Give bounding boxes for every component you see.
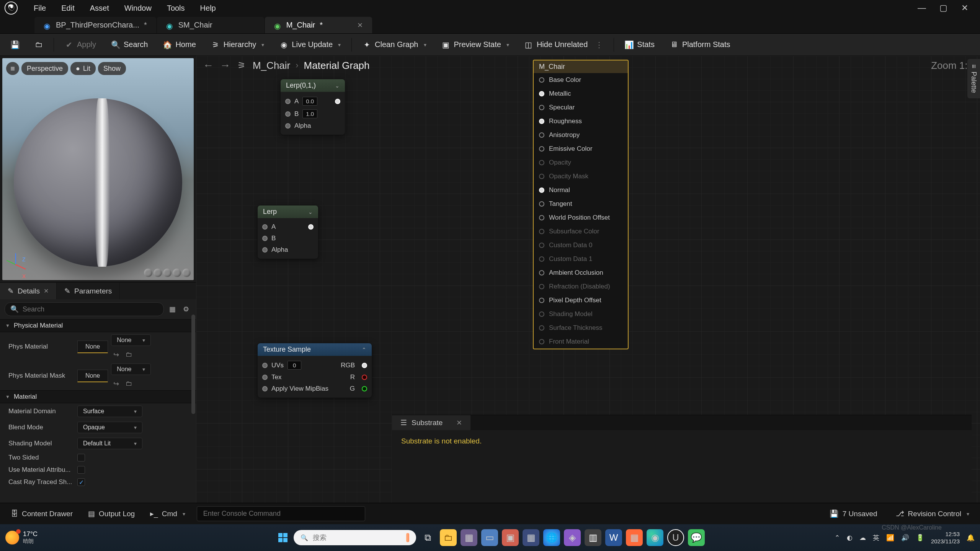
node-header[interactable]: Lerp⌄ (258, 205, 318, 218)
task-view-icon[interactable]: ⧉ (419, 529, 436, 546)
grid-icon[interactable]: ▦ (167, 304, 178, 315)
nav-back-icon[interactable]: ← (203, 59, 214, 72)
content-drawer-button[interactable]: 🗄Content Drawer (7, 507, 77, 520)
pin-in[interactable] (285, 111, 291, 117)
browse-button[interactable]: 🗀 (30, 37, 47, 52)
kebab-icon[interactable]: ⋮ (595, 40, 603, 49)
pin-ring[interactable] (539, 160, 544, 165)
pin-out[interactable] (308, 224, 314, 230)
pin-value[interactable]: 1.0 (302, 109, 317, 118)
app-icon[interactable]: ▥ (585, 529, 601, 546)
pin-out[interactable] (335, 99, 340, 104)
material-pin[interactable]: Custom Data 0 (534, 238, 628, 252)
hierarchy-button[interactable]: ⚞Hierarchy▾ (207, 37, 269, 52)
pin-g[interactable] (362, 386, 367, 391)
preview-state-button[interactable]: ▣Preview State▾ (437, 37, 514, 52)
pin-in[interactable] (262, 224, 268, 230)
pin-ring[interactable] (539, 270, 544, 276)
unreal-logo-icon[interactable] (3, 0, 19, 16)
pin-in[interactable] (285, 99, 291, 104)
start-button[interactable] (275, 530, 291, 545)
onedrive-icon[interactable]: ☁ (859, 534, 866, 542)
wechat-icon[interactable]: 💬 (688, 529, 705, 546)
material-pin[interactable]: Opacity Mask (534, 170, 628, 183)
pin-ring[interactable] (539, 243, 544, 248)
hide-unrelated-button[interactable]: ◫Hide Unrelated⋮ (520, 37, 608, 52)
menu-help[interactable]: Help (193, 2, 223, 15)
blend-mode-dropdown[interactable]: Opaque▾ (77, 422, 142, 433)
use-attr-checkbox[interactable] (77, 466, 85, 474)
tab-substrate[interactable]: ☰Substrate✕ (392, 415, 470, 430)
viewport-menu-icon[interactable]: ≡ (6, 62, 19, 75)
lit-button[interactable]: ●Lit (70, 62, 96, 75)
tab-parameters[interactable]: ✎Parameters (57, 283, 120, 299)
preview-viewport[interactable]: ≡ Perspective ●Lit Show Z X (2, 58, 194, 280)
tray-icon[interactable]: ◐ (847, 534, 853, 542)
shading-model-dropdown[interactable]: Default Lit▾ (77, 438, 142, 449)
node-texture-sample[interactable]: Texture Sample⌃ UVs0RGB TexR Apply View … (257, 343, 372, 398)
app-icon[interactable]: 🌐 (543, 529, 560, 546)
nav-forward-icon[interactable]: → (220, 59, 230, 72)
menu-asset[interactable]: Asset (83, 2, 116, 15)
material-pin[interactable]: Anisotropy (534, 128, 628, 142)
material-pin[interactable]: Subsurface Color (534, 225, 628, 238)
node-lerp[interactable]: Lerp⌄ A B Alpha (257, 205, 318, 259)
material-pin[interactable]: Custom Data 1 (534, 252, 628, 266)
menu-edit[interactable]: Edit (54, 2, 81, 15)
pin-ring[interactable] (539, 146, 544, 152)
notifications-icon[interactable]: 🔔 (967, 534, 975, 542)
material-domain-dropdown[interactable]: Surface▾ (77, 406, 142, 417)
pin-tex[interactable] (262, 375, 268, 380)
clean-graph-button[interactable]: ✦Clean Graph▾ (358, 37, 431, 52)
phys-mask-thumbnail[interactable]: None (77, 370, 108, 382)
phys-mask-dropdown[interactable]: None▾ (111, 364, 150, 375)
pin-ring[interactable] (539, 284, 544, 289)
material-pin[interactable]: Metallic (534, 87, 628, 101)
pin-in[interactable] (285, 123, 291, 129)
category-physical-material[interactable]: ▼Physical Material (0, 319, 196, 332)
chevron-down-icon[interactable]: ⌄ (335, 83, 340, 89)
pin-ring[interactable] (539, 229, 544, 234)
search-button[interactable]: 🔍Search (107, 37, 152, 52)
pin-in[interactable] (262, 236, 268, 241)
minimize-button[interactable]: — (916, 2, 928, 14)
shape-cylinder-button[interactable] (144, 269, 152, 277)
two-sided-checkbox[interactable] (77, 454, 85, 461)
pin-ring[interactable] (539, 339, 544, 344)
app-icon[interactable]: ▭ (481, 529, 498, 546)
use-icon[interactable]: ↪ (113, 350, 122, 359)
pin-uvs[interactable] (262, 363, 268, 368)
output-log-button[interactable]: ▤Output Log (84, 507, 139, 520)
scrollbar-thumb[interactable] (191, 315, 195, 414)
node-header[interactable]: Texture Sample⌃ (258, 343, 372, 356)
tab-details[interactable]: ✎Details✕ (0, 283, 57, 299)
revision-control-button[interactable]: ⎇Revision Control▾ (892, 507, 973, 520)
pin-r[interactable] (362, 375, 367, 380)
material-pin[interactable]: Pixel Depth Offset (534, 293, 628, 307)
clock[interactable]: 12:532023/11/23 (931, 530, 960, 545)
perspective-button[interactable]: Perspective (21, 62, 68, 75)
browse-icon[interactable]: 🗀 (126, 350, 134, 359)
palette-tab[interactable]: ≡Palette (967, 59, 980, 98)
browse-icon[interactable]: 🗀 (126, 380, 134, 388)
pin-ring[interactable] (539, 174, 544, 179)
wifi-icon[interactable]: 📶 (886, 534, 894, 542)
battery-icon[interactable]: 🔋 (916, 534, 924, 542)
stats-button[interactable]: 📊Stats (620, 37, 659, 52)
chevron-down-icon[interactable]: ⌄ (308, 209, 313, 215)
breadcrumb-item[interactable]: M_Chair (253, 60, 290, 72)
tray-chevron-icon[interactable]: ⌃ (835, 534, 840, 542)
pin-ring[interactable] (539, 201, 544, 207)
shape-cube-button[interactable] (173, 269, 181, 277)
material-pin[interactable]: Refraction (Disabled) (534, 280, 628, 293)
tab-bp-thirdperson[interactable]: ◉ BP_ThirdPersonChara... * (34, 17, 156, 33)
unreal-icon[interactable]: U (667, 529, 684, 546)
material-pin[interactable]: Tangent (534, 197, 628, 211)
close-icon[interactable]: ✕ (456, 419, 462, 427)
pin-ring[interactable] (539, 187, 544, 193)
material-pin[interactable]: Surface Thickness (534, 321, 628, 335)
word-icon[interactable]: W (605, 529, 622, 546)
material-pin[interactable]: Front Material (534, 335, 628, 349)
pin-ring[interactable] (539, 119, 544, 124)
home-button[interactable]: 🏠Home (158, 37, 200, 52)
